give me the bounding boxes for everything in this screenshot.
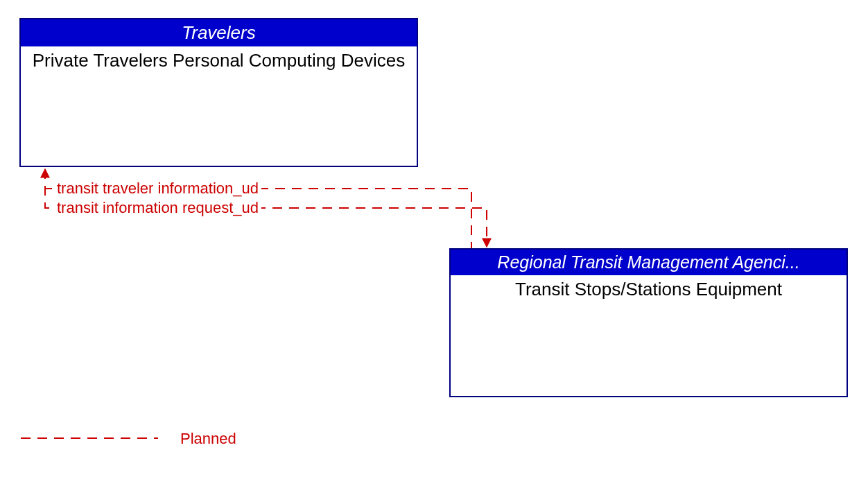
box-transit-body: Transit Stops/Stations Equipment	[451, 275, 847, 304]
box-travelers: Travelers Private Travelers Personal Com…	[19, 18, 418, 167]
flow-label-to-travelers: transit traveler information_ud	[54, 180, 261, 198]
box-transit: Regional Transit Management Agenci... Tr…	[449, 248, 848, 397]
diagram-canvas: Travelers Private Travelers Personal Com…	[0, 0, 868, 477]
flow-label-to-transit: transit information request_ud	[54, 199, 261, 217]
box-transit-header: Regional Transit Management Agenci...	[451, 250, 847, 275]
box-travelers-header: Travelers	[21, 19, 417, 46]
legend-label-planned: Planned	[180, 430, 236, 448]
box-travelers-body: Private Travelers Personal Computing Dev…	[21, 46, 417, 76]
